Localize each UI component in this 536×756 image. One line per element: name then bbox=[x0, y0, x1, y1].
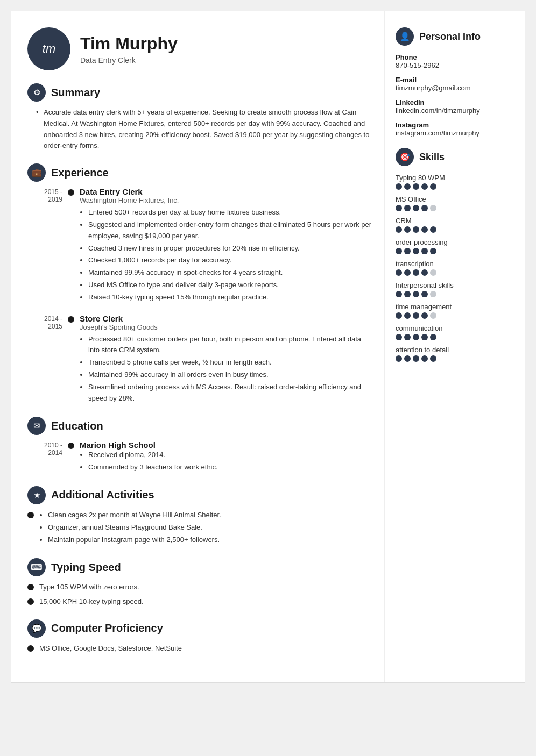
personal-info-header: 👤 Personal Info bbox=[396, 27, 514, 46]
dot-filled bbox=[430, 334, 436, 340]
exp-dot bbox=[68, 189, 74, 196]
computer-proficiency-entry: MS Office, Google Docs, Salesforce, NetS… bbox=[27, 643, 373, 654]
personal-info-items: Phone 870-515-2962 E-mail timzmurphy@gma… bbox=[396, 53, 514, 137]
experience-icon: 💼 bbox=[27, 163, 46, 182]
summary-text: Accurate data entry clerk with 5+ years … bbox=[36, 107, 373, 152]
skill-item: time management bbox=[396, 303, 514, 319]
candidate-name: Tim Murphy bbox=[80, 34, 178, 54]
skill-dots bbox=[396, 291, 514, 297]
typing-speed-icon: ⌨ bbox=[27, 558, 46, 576]
skill-dots bbox=[396, 269, 514, 276]
list-item: Streamlined ordering process with MS Acc… bbox=[88, 382, 373, 404]
dot-filled bbox=[404, 183, 411, 190]
experience-title: Experience bbox=[51, 167, 109, 179]
dot-filled bbox=[396, 269, 402, 276]
skills-icon: 🎯 bbox=[396, 148, 414, 166]
activities-dot bbox=[27, 512, 34, 518]
dot-filled bbox=[396, 312, 402, 319]
typing-speed-entries: Type 105 WPM with zero errors. 15,000 KP… bbox=[27, 582, 373, 608]
dot-filled bbox=[396, 355, 402, 362]
dot-filled bbox=[430, 226, 436, 233]
computer-proficiency-title: Computer Proficiency bbox=[51, 622, 163, 634]
dot-filled bbox=[404, 205, 411, 211]
pi-value: linkedin.com/in/timzmurphy bbox=[396, 106, 514, 115]
dot-filled bbox=[396, 291, 402, 297]
edu-title: Marion High School bbox=[80, 440, 373, 450]
skill-dots bbox=[396, 248, 514, 254]
education-icon: ✉ bbox=[27, 417, 46, 435]
skill-name: attention to detail bbox=[396, 346, 514, 354]
exp-bullets: Processed 80+ customer orders per hour, … bbox=[88, 334, 373, 404]
education-entries: 2010 -2014 Marion High School Received d… bbox=[33, 440, 373, 474]
pi-value: timzmurphy@gmail.com bbox=[396, 84, 514, 92]
dot-filled bbox=[404, 269, 411, 276]
exp-date: 2014 -2015 bbox=[33, 314, 68, 405]
dot-filled bbox=[396, 183, 402, 190]
right-column: 👤 Personal Info Phone 870-515-2962 E-mai… bbox=[385, 11, 525, 682]
dot-filled bbox=[421, 355, 428, 362]
personal-info-icon: 👤 bbox=[396, 27, 414, 46]
dot-filled bbox=[421, 248, 428, 254]
pi-label: Phone bbox=[396, 53, 514, 61]
list-item: Clean cages 2x per month at Wayne Hill A… bbox=[48, 510, 373, 521]
avatar-initials: tm bbox=[43, 42, 55, 56]
pi-value: instagram.com/timzmurphy bbox=[396, 129, 514, 137]
skill-name: MS Office bbox=[396, 195, 514, 203]
dot-filled bbox=[430, 248, 436, 254]
exp-bullets: Entered 500+ records per day at busy hom… bbox=[88, 207, 373, 303]
skill-name: time management bbox=[396, 303, 514, 311]
computer-proficiency-icon: 💬 bbox=[27, 619, 46, 638]
personal-info-title: Personal Info bbox=[419, 31, 481, 42]
exp-date: 2015 -2019 bbox=[33, 187, 68, 304]
computer-proficiency-header: 💬 Computer Proficiency bbox=[27, 619, 373, 638]
dot-filled bbox=[430, 355, 436, 362]
skill-item: CRM bbox=[396, 217, 514, 233]
list-item: Checked 1,000+ records per day for accur… bbox=[88, 255, 373, 266]
pi-label: LinkedIn bbox=[396, 98, 514, 106]
education-entry: 2010 -2014 Marion High School Received d… bbox=[33, 440, 373, 474]
skill-dots bbox=[396, 334, 514, 340]
computer-proficiency-section: 💬 Computer Proficiency MS Office, Google… bbox=[27, 619, 373, 654]
left-column: tm Tim Murphy Data Entry Clerk ⚙ Summary… bbox=[11, 11, 385, 682]
exp-title: Data Entry Clerk bbox=[80, 187, 373, 196]
dot-filled bbox=[404, 248, 411, 254]
resume-container: tm Tim Murphy Data Entry Clerk ⚙ Summary… bbox=[11, 11, 525, 683]
skills-items: Typing 80 WPM MS Office CRM order proces… bbox=[396, 174, 514, 362]
dot-filled bbox=[413, 248, 419, 254]
activities-content: Clean cages 2x per month at Wayne Hill A… bbox=[39, 510, 373, 546]
skill-dots bbox=[396, 355, 514, 362]
list-item: Coached 3 new hires in proper procedures… bbox=[88, 243, 373, 254]
list-item: Maintained 99% accuracy in all orders ev… bbox=[88, 369, 373, 381]
ts-dot bbox=[27, 584, 34, 590]
dot-filled bbox=[396, 226, 402, 233]
dot-filled bbox=[404, 355, 411, 362]
header-text: Tim Murphy Data Entry Clerk bbox=[80, 34, 178, 65]
experience-header: 💼 Experience bbox=[27, 163, 373, 182]
exp-dot bbox=[68, 316, 74, 323]
cp-dot bbox=[27, 645, 34, 652]
skills-header: 🎯 Skills bbox=[396, 148, 514, 166]
list-item: Received diploma, 2014. bbox=[88, 450, 373, 461]
list-item: Transcribed 5 phone calls per week, ½ ho… bbox=[88, 357, 373, 368]
dot-filled bbox=[413, 205, 419, 211]
exp-content: Data Entry Clerk Washington Home Fixture… bbox=[80, 187, 373, 304]
skill-item: order processing bbox=[396, 238, 514, 254]
list-item: Maintain popular Instagram page with 2,5… bbox=[48, 534, 373, 546]
activities-icon: ★ bbox=[27, 486, 46, 504]
list-item: Suggested and implemented order-entry fo… bbox=[88, 219, 373, 242]
exp-company: Joseph's Sporting Goods bbox=[80, 323, 373, 331]
resume-header: tm Tim Murphy Data Entry Clerk bbox=[27, 27, 373, 70]
skill-item: Typing 80 WPM bbox=[396, 174, 514, 190]
list-item: Entered 500+ records per day at busy hom… bbox=[88, 207, 373, 218]
skills-title: Skills bbox=[419, 152, 445, 163]
education-header: ✉ Education bbox=[27, 417, 373, 435]
dot-filled bbox=[396, 248, 402, 254]
ts-text: Type 105 WPM with zero errors. bbox=[39, 582, 139, 593]
ts-dot bbox=[27, 598, 34, 605]
list-item: Processed 80+ customer orders per hour, … bbox=[88, 334, 373, 356]
list-item: Raised 10-key typing speed 15% through r… bbox=[88, 292, 373, 303]
personal-info-item: Instagram instagram.com/timzmurphy bbox=[396, 121, 514, 137]
typing-speed-section: ⌨ Typing Speed Type 105 WPM with zero er… bbox=[27, 558, 373, 608]
skill-item: attention to detail bbox=[396, 346, 514, 362]
dot-filled bbox=[421, 205, 428, 211]
